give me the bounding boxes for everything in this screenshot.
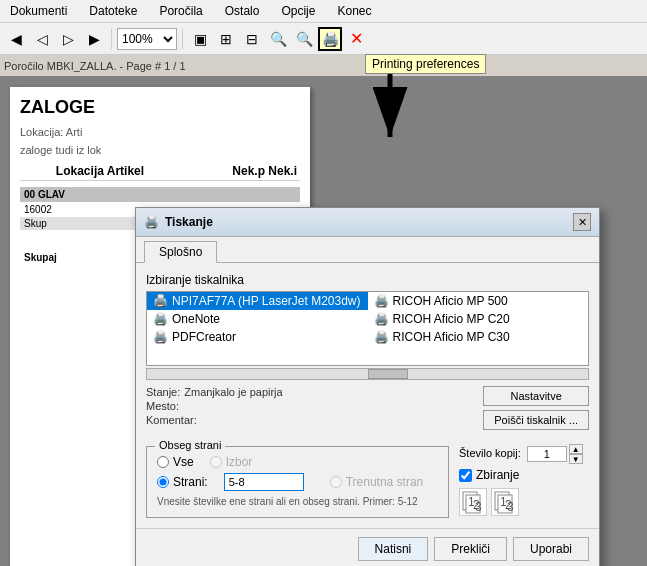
copies-spinner: ▲ ▼: [569, 444, 583, 464]
tab-splosno[interactable]: Splošno: [144, 241, 217, 263]
tooltip-printing-preferences: Printing preferences: [365, 54, 486, 74]
radio-all-input[interactable]: [157, 456, 169, 468]
col-header-2: Nek.p Nek.i: [180, 162, 300, 181]
svg-text:3: 3: [475, 500, 482, 514]
printer-icon-r2: 🖨️: [374, 330, 389, 344]
printer-list-inner: 🖨️ NPI7AF77A (HP LaserJet M203dw) 🖨️ One…: [147, 292, 588, 346]
nav-prev-btn[interactable]: ◁: [30, 27, 54, 51]
printer-section-label: Izbiranje tiskalnika: [146, 273, 589, 287]
nav-next-btn[interactable]: ▷: [56, 27, 80, 51]
separator-2: [182, 29, 183, 49]
report-group-header: 00 GLAV: [20, 187, 300, 202]
menu-porocila[interactable]: Poročila: [153, 2, 208, 20]
place-row: Mesto:: [146, 400, 473, 412]
settings-btn[interactable]: Nastavitve: [483, 386, 589, 406]
radio-pages-input[interactable]: [157, 476, 169, 488]
menu-datoteke[interactable]: Datoteke: [83, 2, 143, 20]
collate-icon-1: 1 2 3: [459, 488, 487, 516]
menu-opcije[interactable]: Opcije: [275, 2, 321, 20]
zoom-in-btn[interactable]: 🔍: [266, 27, 290, 51]
radio-selection-input[interactable]: [210, 456, 222, 468]
menu-ostalo[interactable]: Ostalo: [219, 2, 266, 20]
printer-scrollbar-thumb: [368, 369, 408, 379]
comment-label: Komentar:: [146, 414, 197, 426]
printer-scrollbar[interactable]: [146, 368, 589, 380]
hint-text: Vnesite številke ene strani ali en obseg…: [157, 495, 438, 509]
zoom-select[interactable]: 100%: [117, 28, 177, 50]
status-area: Stanje: Zmanjkalo je papirja Mesto: Kome…: [146, 386, 589, 430]
printer-icon-1: 🖨️: [153, 312, 168, 326]
radio-pages-label[interactable]: Strani:: [157, 475, 208, 489]
printer-icon: 🖨️: [144, 215, 159, 229]
collate-checkbox[interactable]: [459, 469, 472, 482]
apply-btn[interactable]: Uporabi: [513, 537, 589, 561]
copies-row: Število kopij: ▲ ▼: [459, 444, 589, 464]
copies-section: Število kopij: ▲ ▼ Zbiranje: [459, 438, 589, 518]
collate-label: Zbiranje: [476, 468, 519, 482]
dialog-close-btn[interactable]: ✕: [573, 213, 591, 231]
comment-row: Komentar:: [146, 414, 473, 426]
status-label: Stanje:: [146, 386, 180, 398]
printer-name-r0: RICOH Aficio MP 500: [393, 294, 508, 308]
radio-current-label[interactable]: Trenutna stran: [330, 475, 424, 489]
printer-name-2: PDFCreator: [172, 330, 236, 344]
printer-item-0[interactable]: 🖨️ NPI7AF77A (HP LaserJet M203dw): [147, 292, 368, 310]
printer-item-r2[interactable]: 🖨️ RICOH Aficio MP C30: [368, 328, 589, 346]
nav-forward-btn[interactable]: ▶: [82, 27, 106, 51]
view-multi-btn[interactable]: ⊟: [240, 27, 264, 51]
print-btn[interactable]: Natisni: [358, 537, 429, 561]
printer-name-1: OneNote: [172, 312, 220, 326]
zoom-out-btn[interactable]: 🔍: [292, 27, 316, 51]
radio-selection-label[interactable]: Izbor: [210, 455, 253, 469]
status-left: Stanje: Zmanjkalo je papirja Mesto: Kome…: [146, 386, 473, 430]
menu-dokumenti[interactable]: Dokumenti: [4, 2, 73, 20]
pages-input[interactable]: [224, 473, 304, 491]
nav-back-btn[interactable]: ◀: [4, 27, 28, 51]
copies-decrement-btn[interactable]: ▼: [569, 454, 583, 464]
printer-icon-r0: 🖨️: [374, 294, 389, 308]
radio-row-2: Strani: Trenutna stran: [157, 473, 438, 491]
page-area: ZALOGE Lokacija: Arti zaloge tudi iz lok…: [0, 77, 647, 566]
arrow-indicator: [370, 72, 410, 152]
copies-increment-btn[interactable]: ▲: [569, 444, 583, 454]
view-single-btn[interactable]: ▣: [188, 27, 212, 51]
place-label: Mesto:: [146, 400, 179, 412]
menubar: Dokumenti Datoteke Poročila Ostalo Opcij…: [0, 0, 647, 23]
printer-item-2[interactable]: 🖨️ PDFCreator: [147, 328, 368, 346]
print-preferences-btn[interactable]: 🖨️: [318, 27, 342, 51]
printer-list[interactable]: 🖨️ NPI7AF77A (HP LaserJet M203dw) 🖨️ One…: [146, 291, 589, 366]
radio-all-label[interactable]: Vse: [157, 455, 194, 469]
status-value: Zmanjkalo je papirja: [184, 386, 282, 398]
col-header-1: Lokacija Artikel: [20, 162, 180, 181]
printer-name-r2: RICOH Aficio MP C30: [393, 330, 510, 344]
printer-name-r1: RICOH Aficio MP C20: [393, 312, 510, 326]
radio-all-text: Vse: [173, 455, 194, 469]
status-buttons: Nastavitve Poišči tiskalnik ...: [483, 386, 589, 430]
collate-icons: 1 2 3 1 2 3: [459, 488, 589, 516]
report-title: ZALOGE: [20, 97, 300, 118]
cancel-btn[interactable]: Prekliči: [434, 537, 507, 561]
close-btn[interactable]: ✕: [344, 27, 368, 51]
range-copies-row: Obseg strani Vse Izbor: [146, 438, 589, 518]
report-tabbar: Poročilo MBKI_ZALLA. - Page # 1 / 1: [0, 55, 647, 77]
print-dialog: 🖨️ Tiskanje ✕ Splošno Izbiranje tiskalni…: [135, 207, 600, 566]
dialog-titlebar: 🖨️ Tiskanje ✕: [136, 208, 599, 237]
radio-row-1: Vse Izbor: [157, 455, 438, 469]
view-double-btn[interactable]: ⊞: [214, 27, 238, 51]
report-sub1: Lokacija: Arti: [20, 126, 300, 138]
dialog-body: Izbiranje tiskalnika 🖨️ NPI7AF77A (HP La…: [136, 263, 599, 528]
printer-col-right: 🖨️ RICOH Aficio MP 500 🖨️ RICOH Aficio M…: [368, 292, 589, 346]
printer-col-left: 🖨️ NPI7AF77A (HP LaserJet M203dw) 🖨️ One…: [147, 292, 368, 346]
dialog-tabs: Splošno: [136, 237, 599, 263]
find-printer-btn[interactable]: Poišči tiskalnik ...: [483, 410, 589, 430]
report-table: Lokacija Artikel Nek.p Nek.i: [20, 162, 300, 181]
status-row: Stanje: Zmanjkalo je papirja: [146, 386, 473, 398]
copies-input[interactable]: [527, 446, 567, 462]
radio-current-input[interactable]: [330, 476, 342, 488]
printer-item-r0[interactable]: 🖨️ RICOH Aficio MP 500: [368, 292, 589, 310]
printer-item-r1[interactable]: 🖨️ RICOH Aficio MP C20: [368, 310, 589, 328]
printer-item-1[interactable]: 🖨️ OneNote: [147, 310, 368, 328]
menu-konec[interactable]: Konec: [331, 2, 377, 20]
dialog-footer: Natisni Prekliči Uporabi: [136, 528, 599, 566]
radio-current-text: Trenutna stran: [346, 475, 424, 489]
